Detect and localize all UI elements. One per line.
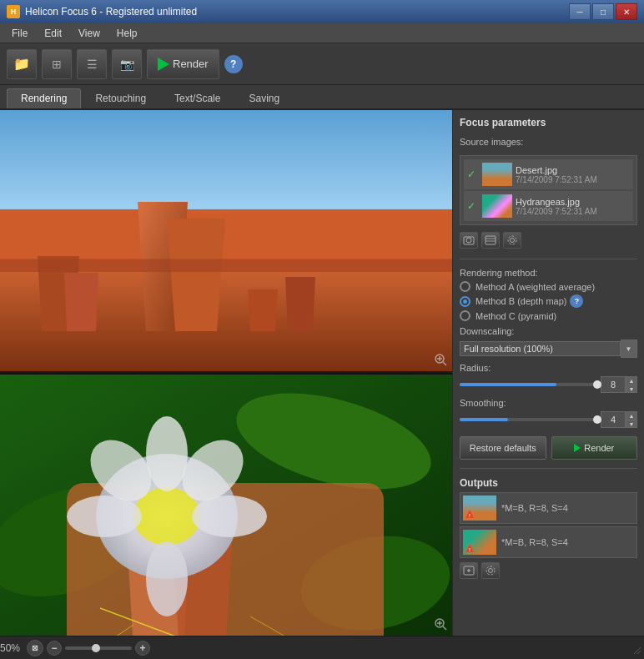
radius-thumb[interactable] — [593, 380, 601, 389]
rendering-section: Rendering method: Method A (weighted ave… — [460, 268, 637, 321]
smoothing-slider[interactable] — [460, 418, 597, 421]
zoom-in-top[interactable] — [434, 353, 447, 366]
method-c-label: Method C (pyramid) — [475, 311, 556, 321]
camera-button[interactable]: 📷 — [112, 49, 142, 79]
menu-edit[interactable]: Edit — [36, 26, 70, 41]
maximize-button[interactable]: □ — [592, 3, 614, 20]
output-label-2: *M=B, R=8, S=4 — [501, 537, 568, 547]
smoothing-fill — [460, 418, 508, 421]
zoom-out-button[interactable]: − — [47, 641, 62, 656]
zoom-fit-button[interactable]: ⊠ — [27, 640, 43, 656]
output-thumb-1: ! — [463, 496, 496, 521]
radius-fill — [460, 383, 556, 386]
svg-line-4 — [443, 362, 446, 365]
downscaling-dropdown-row: Full resolution (100%) 1/2 resolution (5… — [460, 340, 637, 358]
tab-text-scale[interactable]: Text/Scale — [160, 88, 234, 108]
output-label-1: *M=B, R=8, S=4 — [501, 503, 568, 513]
method-b-label: Method B (depth map) — [475, 296, 566, 306]
rock-right-3 — [285, 277, 315, 331]
menu-help[interactable]: Help — [108, 26, 146, 41]
output-settings-button[interactable] — [481, 562, 500, 579]
app-icon: H — [7, 5, 20, 18]
content-area: Focus parameters Source images: ✓ Desert… — [0, 110, 644, 636]
menu-view[interactable]: View — [70, 26, 108, 41]
radius-arrows: ▲ ▼ — [626, 376, 637, 393]
radius-label: Radius: — [460, 363, 637, 373]
restore-defaults-button[interactable]: Restore defaults — [460, 436, 546, 460]
output-item-1[interactable]: ! *M=B, R=8, S=4 — [460, 492, 637, 524]
view-list-button[interactable]: ☰ — [77, 49, 107, 79]
radius-value[interactable]: 8 — [601, 376, 626, 393]
toolbar: 📁 ⊞ ☰ 📷 Render ? — [0, 43, 644, 85]
tab-rendering[interactable]: Rendering — [7, 88, 81, 108]
view-grid-button[interactable]: ⊞ — [42, 49, 72, 79]
title-bar: H Helicon Focus 6 - Registered unlimited… — [0, 0, 644, 23]
render-label: Render — [173, 58, 209, 70]
radius-slider[interactable] — [460, 383, 597, 386]
camera-icon: 📷 — [120, 58, 134, 71]
title-bar-left: H Helicon Focus 6 - Registered unlimited — [7, 5, 197, 18]
source-add-button[interactable] — [460, 232, 478, 249]
radius-section: Radius: 8 ▲ ▼ — [460, 363, 637, 393]
svg-point-18 — [67, 496, 142, 537]
source-settings-button[interactable] — [503, 232, 521, 249]
method-c-item[interactable]: Method C (pyramid) — [460, 310, 637, 321]
radius-up[interactable]: ▲ — [626, 376, 637, 385]
tab-saving[interactable]: Saving — [234, 88, 294, 108]
radius-slider-row: 8 ▲ ▼ — [460, 376, 637, 393]
minimize-button[interactable]: ─ — [569, 3, 591, 20]
svg-point-19 — [192, 496, 267, 537]
smoothing-down[interactable]: ▼ — [626, 420, 637, 428]
zoom-slider-thumb[interactable] — [92, 644, 100, 652]
dropdown-arrow-icon[interactable]: ▼ — [621, 340, 637, 358]
smoothing-value[interactable]: 4 — [601, 411, 626, 428]
image-top — [0, 110, 452, 373]
list-icon — [485, 234, 496, 246]
open-file-button[interactable]: 📁 — [7, 49, 37, 79]
output-toolbar — [460, 561, 637, 581]
close-button[interactable]: ✕ — [616, 3, 637, 20]
smoothing-thumb[interactable] — [593, 415, 601, 424]
menu-file[interactable]: File — [3, 26, 36, 41]
play-icon — [158, 58, 169, 71]
smoothing-label: Smoothing: — [460, 398, 637, 408]
source-image-hydrangeas[interactable]: ✓ Hydrangeas.jpg 7/14/2009 7:52:31 AM — [464, 191, 633, 221]
svg-point-44 — [486, 566, 495, 575]
smoothing-up[interactable]: ▲ — [626, 411, 637, 420]
method-a-item[interactable]: Method A (weighted average) — [460, 281, 637, 292]
svg-rect-0 — [0, 110, 452, 209]
source-toolbar — [460, 230, 637, 250]
help-button[interactable]: ? — [224, 55, 243, 73]
svg-point-16 — [146, 416, 188, 491]
warning-icon-1: ! — [465, 509, 475, 519]
output-add-button[interactable] — [460, 562, 478, 579]
zoom-in-bottom[interactable] — [434, 617, 447, 631]
method-help-button[interactable]: ? — [570, 294, 583, 308]
output-item-2[interactable]: ! *M=B, R=8, S=4 — [460, 526, 637, 558]
render-button[interactable]: Render — [147, 49, 219, 79]
tab-retouching[interactable]: Retouching — [81, 88, 160, 108]
source-info-desert: Desert.jpg 7/14/2009 7:52:31 AM — [516, 165, 630, 184]
svg-point-43 — [489, 569, 493, 573]
svg-line-26 — [443, 626, 446, 630]
source-images-label: Source images: — [460, 137, 637, 147]
downscaling-select[interactable]: Full resolution (100%) 1/2 resolution (5… — [460, 341, 621, 356]
image-panel — [0, 110, 452, 636]
smoothing-slider-row: 4 ▲ ▼ — [460, 411, 637, 428]
render-action-button[interactable]: Render — [551, 436, 638, 460]
smoothing-value-box: 4 ▲ ▼ — [601, 411, 637, 428]
output-add-icon — [463, 565, 475, 576]
zoom-in-button[interactable]: + — [135, 641, 150, 656]
zoom-slider[interactable] — [65, 646, 132, 650]
source-image-desert[interactable]: ✓ Desert.jpg 7/14/2009 7:52:31 AM — [464, 159, 633, 189]
resize-handle[interactable] — [629, 642, 641, 654]
source-date-hydrangeas: 7/14/2009 7:52:31 AM — [516, 207, 630, 216]
svg-rect-31 — [486, 236, 496, 244]
method-b-item[interactable]: Method B (depth map) — [460, 296, 566, 307]
warning-icon-2: ! — [465, 543, 475, 553]
source-list-button[interactable] — [481, 232, 500, 249]
smoothing-section: Smoothing: 4 ▲ ▼ — [460, 398, 637, 428]
radius-down[interactable]: ▼ — [626, 385, 637, 393]
divider-1 — [460, 259, 637, 259]
tabs-bar: Rendering Retouching Text/Scale Saving — [0, 85, 644, 110]
